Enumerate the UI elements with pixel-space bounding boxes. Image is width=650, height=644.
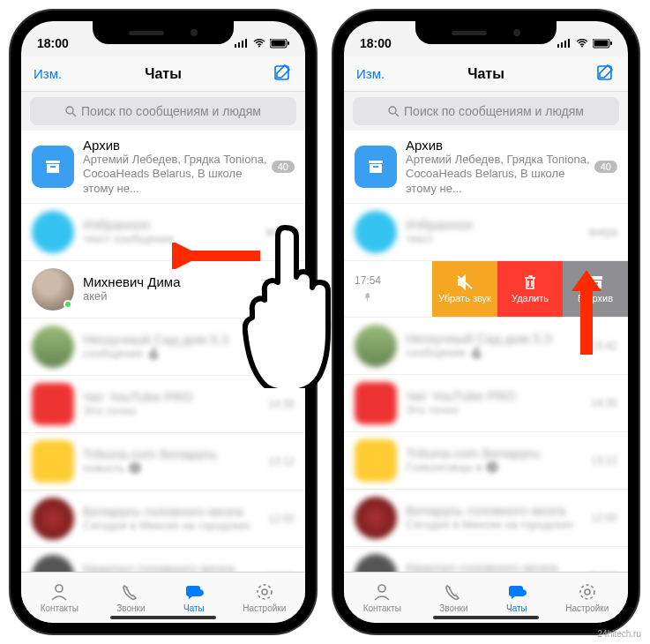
pin-icon xyxy=(362,292,373,303)
page-title: Чаты xyxy=(145,66,182,82)
swipe-delete-button[interactable]: Удалить xyxy=(497,261,563,317)
tab-chats[interactable]: Чаты xyxy=(183,582,205,613)
online-indicator xyxy=(64,300,72,309)
svg-point-27 xyxy=(389,107,396,114)
status-time: 18:00 xyxy=(37,36,69,50)
search-input[interactable]: Поиск по сообщениям и людям xyxy=(30,97,296,125)
compose-icon xyxy=(596,63,616,82)
svg-rect-1 xyxy=(238,42,240,48)
list-item[interactable]: Чат YouTube PROЭто точно14:30 xyxy=(344,375,628,432)
chat-name: Михневич Дима xyxy=(83,274,268,289)
svg-line-10 xyxy=(72,113,76,116)
trash-icon xyxy=(522,274,538,290)
svg-rect-29 xyxy=(369,161,383,163)
svg-point-15 xyxy=(195,589,204,596)
svg-point-22 xyxy=(581,46,583,48)
svg-point-9 xyxy=(66,107,73,114)
tab-calls[interactable]: Звонки xyxy=(116,582,145,613)
list-item[interactable]: Квартал головного мозгаЧатиквчера xyxy=(344,547,628,572)
svg-rect-6 xyxy=(272,40,286,46)
edit-button[interactable]: Изм. xyxy=(356,66,385,81)
list-item[interactable]: Tribuna.com БеларусьГонконговцы в 😊13:12 xyxy=(344,432,628,490)
svg-point-4 xyxy=(258,46,260,48)
archive-icon xyxy=(355,146,397,188)
battery-icon xyxy=(270,39,289,49)
svg-rect-13 xyxy=(50,166,56,168)
tab-settings[interactable]: Настройки xyxy=(243,582,286,613)
archive-badge: 40 xyxy=(594,161,617,173)
svg-rect-7 xyxy=(288,41,289,45)
archive-row[interactable]: Архив Артемий Лебедев, Грядка Toniona, C… xyxy=(344,131,628,204)
search-input[interactable]: Поиск по сообщениям и людям xyxy=(353,97,619,125)
svg-point-36 xyxy=(518,589,527,596)
status-icons xyxy=(557,39,612,49)
list-item[interactable]: Tribuna.com Беларусьновость 😊13:12 xyxy=(21,433,305,490)
svg-rect-18 xyxy=(557,44,559,48)
archive-title: Архив xyxy=(406,138,594,153)
svg-point-17 xyxy=(258,585,272,599)
search-icon xyxy=(65,106,77,117)
compose-button[interactable] xyxy=(273,63,293,86)
svg-rect-24 xyxy=(594,40,609,46)
svg-point-14 xyxy=(56,585,63,592)
gear-icon xyxy=(254,582,275,602)
source-watermark: 24hitech.ru xyxy=(598,629,641,639)
list-item[interactable]: Беларусь головного мозгаСегодня в Минске… xyxy=(344,490,628,547)
navbar: Изм. Чаты xyxy=(344,56,628,92)
tab-contacts[interactable]: Контакты xyxy=(363,582,401,613)
svg-rect-25 xyxy=(610,41,612,45)
list-item[interactable]: Избранноетекст вчера xyxy=(344,204,628,261)
annotation-hand-icon xyxy=(243,221,340,388)
page-title: Чаты xyxy=(467,66,504,82)
svg-rect-3 xyxy=(245,39,247,48)
home-indicator[interactable] xyxy=(433,616,539,619)
svg-rect-20 xyxy=(564,41,566,48)
swipe-mute-button[interactable]: Убрать звук xyxy=(432,261,497,317)
tab-chats[interactable]: Чаты xyxy=(506,582,527,613)
archive-preview: Артемий Лебедев, Грядка Toniona, CocoaHe… xyxy=(83,153,272,196)
navbar: Изм. Чаты xyxy=(21,56,305,92)
svg-rect-12 xyxy=(47,164,59,173)
chat-preview: акей xyxy=(83,289,268,303)
phone-icon xyxy=(120,582,141,602)
notch xyxy=(415,21,557,44)
svg-rect-30 xyxy=(370,164,382,173)
person-icon xyxy=(49,582,70,602)
svg-point-37 xyxy=(585,589,590,595)
chats-icon xyxy=(183,582,205,602)
notch xyxy=(93,21,234,44)
avatar xyxy=(32,211,74,253)
signal-icon xyxy=(235,39,249,48)
svg-rect-31 xyxy=(373,166,378,168)
compose-icon xyxy=(273,63,293,82)
svg-rect-2 xyxy=(242,41,243,48)
svg-rect-21 xyxy=(568,39,570,48)
svg-rect-0 xyxy=(235,44,236,48)
compose-button[interactable] xyxy=(596,63,616,86)
swipe-time: 17:54 xyxy=(355,274,381,287)
tab-settings[interactable]: Настройки xyxy=(565,582,609,613)
archive-badge: 40 xyxy=(272,161,295,173)
avatar xyxy=(355,211,397,253)
list-item[interactable]: Квартал головного мозгаЧатиквчера xyxy=(21,548,305,572)
archive-title: Архив xyxy=(83,138,272,153)
svg-rect-11 xyxy=(46,161,60,163)
tab-calls[interactable]: Звонки xyxy=(439,582,467,613)
tab-contacts[interactable]: Контакты xyxy=(41,582,78,613)
archive-preview: Артемий Лебедев, Грядка Toniona, CocoaHe… xyxy=(406,153,594,196)
mute-icon xyxy=(456,274,474,290)
svg-point-38 xyxy=(580,585,594,599)
status-time: 18:00 xyxy=(360,36,392,50)
archive-icon xyxy=(32,146,74,188)
svg-point-16 xyxy=(262,589,267,595)
archive-row[interactable]: Архив Артемий Лебедев, Грядка Toniona, C… xyxy=(21,131,305,204)
svg-point-35 xyxy=(378,585,385,592)
list-item[interactable]: Беларусь головного мозгаСегодня в Минске… xyxy=(21,490,305,548)
status-icons xyxy=(235,39,289,49)
svg-rect-19 xyxy=(561,42,563,48)
annotation-arrow-up xyxy=(564,266,609,363)
wifi-icon xyxy=(253,39,265,48)
search-icon xyxy=(388,106,400,117)
home-indicator[interactable] xyxy=(110,616,216,619)
edit-button[interactable]: Изм. xyxy=(34,66,62,81)
